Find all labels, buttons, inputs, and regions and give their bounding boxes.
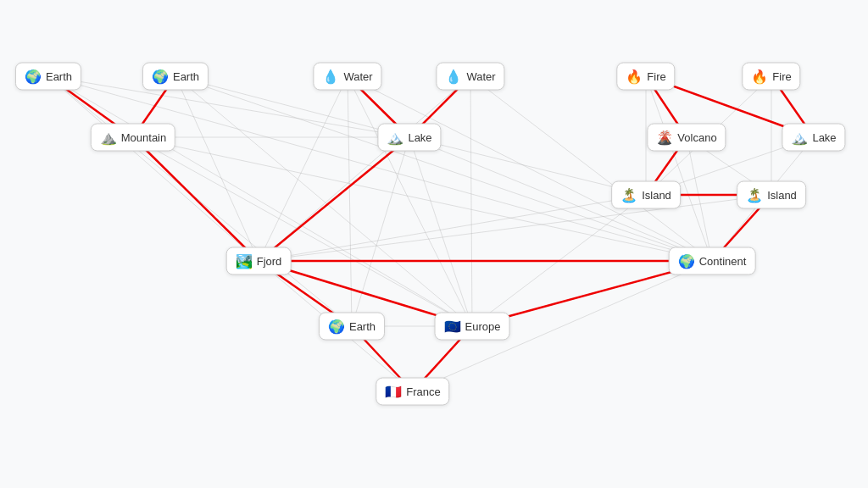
- svg-line-47: [133, 137, 259, 261]
- node-label-water1: Water: [343, 70, 372, 83]
- node-label-island1: Island: [642, 189, 671, 202]
- node-france: 🇫🇷France: [376, 378, 449, 406]
- node-label-water2: Water: [466, 70, 495, 83]
- svg-line-48: [259, 137, 409, 261]
- node-earth3: 🌍Earth: [319, 313, 385, 341]
- node-icon-island1: 🏝️: [620, 187, 637, 203]
- node-earth1: 🌍Earth: [15, 63, 81, 91]
- svg-line-1: [48, 76, 259, 261]
- node-water1: 💧Water: [313, 63, 381, 91]
- svg-line-6: [175, 76, 259, 261]
- node-mountain: ⛰️Mountain: [91, 124, 175, 152]
- node-earth2: 🌍Earth: [142, 63, 209, 91]
- svg-line-25: [409, 137, 472, 326]
- node-lake1: 🏔️Lake: [377, 124, 441, 152]
- node-label-france: France: [406, 385, 440, 398]
- node-label-europe: Europe: [465, 320, 501, 333]
- node-icon-earth2: 🌍: [152, 69, 169, 85]
- svg-line-8: [175, 76, 472, 326]
- node-water2: 💧Water: [436, 63, 504, 91]
- svg-line-13: [259, 76, 470, 261]
- node-icon-continent: 🌍: [678, 253, 695, 269]
- node-europe: 🇪🇺Europe: [435, 313, 510, 341]
- node-icon-volcano: 🌋: [656, 130, 673, 146]
- node-fjord: 🏞️Fjord: [226, 247, 292, 275]
- node-label-lake2: Lake: [812, 131, 836, 144]
- node-label-earth3: Earth: [349, 320, 376, 333]
- svg-line-15: [470, 76, 472, 326]
- node-label-fire2: Fire: [772, 70, 791, 83]
- node-icon-earth1: 🌍: [25, 69, 42, 85]
- node-label-lake1: Lake: [408, 131, 431, 144]
- node-icon-earth3: 🌍: [328, 319, 345, 335]
- svg-line-3: [48, 76, 472, 326]
- node-island2: 🏝️Island: [737, 181, 806, 209]
- node-lake2: 🏔️Lake: [782, 124, 845, 152]
- svg-line-30: [472, 195, 646, 326]
- svg-line-23: [409, 137, 646, 195]
- node-label-earth2: Earth: [173, 70, 199, 83]
- svg-line-7: [175, 76, 712, 261]
- node-island1: 🏝️Island: [611, 181, 681, 209]
- svg-line-17: [646, 76, 712, 261]
- svg-line-12: [348, 76, 352, 326]
- node-volcano: 🌋Volcano: [647, 124, 726, 152]
- svg-line-28: [687, 137, 712, 261]
- svg-line-10: [348, 76, 712, 261]
- node-fire1: 🔥Fire: [616, 63, 675, 91]
- node-continent: 🌍Continent: [669, 247, 756, 275]
- node-icon-lake2: 🏔️: [791, 130, 808, 146]
- node-icon-europe: 🇪🇺: [444, 319, 461, 335]
- node-fire2: 🔥Fire: [742, 63, 800, 91]
- node-icon-fjord: 🏞️: [236, 253, 253, 269]
- node-icon-fire2: 🔥: [751, 69, 768, 85]
- graph-container: 🌍Earth🌍Earth💧Water💧Water🔥Fire🔥Fire⛰️Moun…: [0, 0, 868, 488]
- node-label-fire1: Fire: [647, 70, 665, 83]
- node-label-volcano: Volcano: [677, 131, 716, 144]
- node-icon-lake1: 🏔️: [387, 130, 403, 146]
- svg-line-2: [48, 76, 352, 326]
- svg-line-26: [352, 137, 409, 326]
- node-icon-island2: 🏝️: [746, 187, 763, 203]
- svg-line-11: [348, 76, 472, 326]
- node-label-fjord: Fjord: [257, 255, 282, 268]
- svg-line-29: [259, 195, 646, 261]
- node-label-mountain: Mountain: [121, 131, 166, 144]
- svg-line-9: [259, 76, 348, 261]
- svg-line-22: [133, 137, 472, 326]
- node-icon-france: 🇫🇷: [385, 384, 402, 400]
- node-icon-water2: 💧: [445, 69, 462, 85]
- node-label-earth1: Earth: [46, 70, 72, 83]
- svg-line-4: [48, 76, 712, 261]
- node-label-continent: Continent: [699, 255, 747, 268]
- node-icon-water1: 💧: [322, 69, 339, 85]
- node-icon-fire1: 🔥: [626, 69, 643, 85]
- connections-svg: [0, 0, 868, 488]
- node-icon-mountain: ⛰️: [100, 130, 117, 146]
- node-label-island2: Island: [767, 189, 797, 202]
- svg-line-14: [470, 76, 712, 261]
